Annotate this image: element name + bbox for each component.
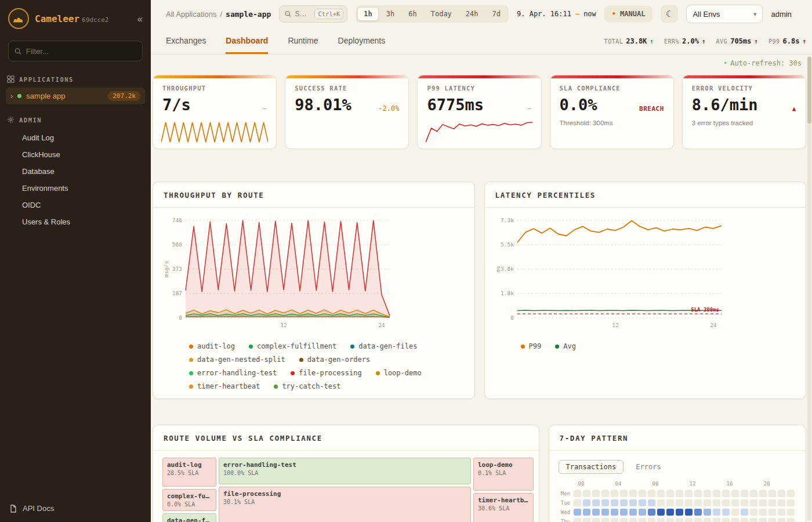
heatmap-row-Wed: Wed — [559, 509, 796, 516]
latency-percentiles-panel: LATENCY PERCENTILES 01.8k3.6k5.5k7.3k122… — [484, 182, 807, 399]
heatmap-cell — [787, 499, 795, 506]
search-input[interactable] — [295, 10, 311, 18]
legend-dot — [555, 345, 559, 349]
throughput-sparkline — [161, 121, 268, 144]
treemap-cell-audit-log[interactable]: audit-log28.5% SLA — [162, 458, 216, 487]
time-range-3h[interactable]: 3h — [380, 7, 401, 21]
filter-input[interactable] — [26, 47, 136, 56]
user-name[interactable]: admin — [771, 10, 791, 19]
tab-dashboard[interactable]: Dashboard — [226, 28, 268, 54]
sidebar-item-oidc[interactable]: OIDC — [0, 197, 151, 213]
tab-deployments[interactable]: Deployments — [338, 28, 386, 54]
card-accent-bar — [683, 75, 806, 78]
panel-title: THROUGHPUT BY ROUTE — [153, 182, 474, 208]
heatmap-cell — [611, 499, 618, 506]
heatmap-cell — [657, 490, 665, 497]
tab-transactions[interactable]: Transactions — [559, 460, 624, 474]
svg-text:187: 187 — [172, 290, 182, 296]
tab-runtime[interactable]: Runtime — [288, 28, 318, 54]
breadcrumb: All Applications/sample-app — [166, 10, 271, 19]
kpi-value: 0.0% — [560, 97, 597, 113]
heatmap-cell — [639, 509, 646, 516]
sidebar-item-environments[interactable]: Environments — [0, 180, 151, 197]
svg-text:0: 0 — [179, 314, 182, 321]
treemap-cell-sla: 30.6% SLA — [478, 505, 529, 512]
kpi-card-p99-latency: P99 LATENCY 6775ms– — [417, 75, 541, 149]
panel-title: LATENCY PERCENTILES — [485, 182, 806, 208]
api-docs-link[interactable]: API Docs — [0, 496, 151, 522]
kpi-value: 8.6/min — [692, 97, 758, 113]
time-range-6h[interactable]: 6h — [402, 7, 423, 21]
scrollbar-thumb[interactable] — [807, 57, 811, 124]
dark-mode-toggle[interactable]: ☾ — [661, 5, 678, 23]
legend-item-loop-demo[interactable]: loop-demo — [376, 369, 422, 377]
trend-up-triangle-icon: ▲ — [792, 105, 796, 113]
app-title: Cameleer69dcce2 — [35, 13, 108, 24]
sidebar-item-database[interactable]: Database — [0, 163, 151, 180]
legend-item-timer-heartbeat[interactable]: timer-heartbeat — [189, 382, 260, 390]
expand-chevron-icon[interactable]: › — [10, 92, 13, 100]
card-accent-bar — [153, 75, 276, 78]
heatmap-cell — [704, 490, 711, 497]
legend-item-data-gen-nested-split[interactable]: data-gen-nested-split — [189, 356, 285, 364]
treemap-cell-name: loop-demo — [478, 461, 529, 469]
legend-item-error-handling-test[interactable]: error-handling-test — [189, 369, 277, 377]
app-count-badge: 207.2k — [108, 91, 140, 101]
legend-item-Avg[interactable]: Avg — [555, 342, 576, 350]
legend-item-file-processing[interactable]: file-processing — [291, 369, 361, 377]
heatmap-cell — [768, 490, 776, 497]
time-range-7d[interactable]: 7d — [486, 7, 507, 21]
sidebar-item-users-roles[interactable]: Users & Roles — [0, 213, 151, 230]
treemap-cell-error-handling-test[interactable]: error-handling-test100.0% SLA — [219, 458, 471, 484]
tab-errors[interactable]: Errors — [628, 460, 668, 474]
heatmap-cell — [611, 490, 618, 497]
tab-exchanges[interactable]: Exchanges — [166, 28, 206, 54]
svg-text:msg/s: msg/s — [163, 261, 169, 278]
heatmap-cell — [768, 518, 776, 522]
svg-text:7.3k: 7.3k — [501, 217, 514, 223]
svg-text:12: 12 — [612, 322, 618, 328]
legend-item-audit-log[interactable]: audit-log — [189, 342, 235, 350]
search-icon — [285, 10, 291, 17]
heatmap-cell — [648, 499, 655, 506]
heatmap-cell — [629, 518, 637, 522]
svg-text:24: 24 — [378, 322, 385, 328]
legend-item-complex-fulfillment[interactable]: complex-fulfillment — [249, 342, 336, 350]
route-volume-sla-panel: ROUTE VOLUME VS SLA COMPLIANCE audit-log… — [153, 425, 539, 522]
date-range[interactable]: 9. Apr. 16:11—now — [517, 10, 596, 18]
sidebar-item-clickhouse[interactable]: ClickHouse — [0, 146, 151, 163]
heatmap-cell — [592, 518, 600, 522]
legend-label: try-catch-test — [282, 382, 340, 390]
heatmap-cell — [620, 499, 628, 506]
treemap-cell-file-processing[interactable]: file-processing30.1% SLA — [219, 487, 471, 522]
env-select[interactable]: All Envs▾ — [686, 5, 763, 23]
treemap-cell-complex-fulfillment[interactable]: complex-fulfillment0.0% SLA — [162, 489, 216, 511]
heatmap-cell — [759, 490, 767, 497]
legend-dot — [521, 345, 525, 349]
build-version: 69dcce2 — [82, 16, 108, 24]
legend-item-data-gen-files[interactable]: data-gen-files — [350, 342, 417, 350]
treemap-cell-loop-demo[interactable]: loop-demo0.1% SLA — [473, 458, 534, 491]
collapse-sidebar-button[interactable]: « — [137, 14, 143, 24]
time-range-today[interactable]: Today — [425, 7, 458, 21]
pattern-tabs: Transactions Errors — [559, 460, 796, 474]
heatmap-row-Mon: Mon — [559, 490, 796, 497]
legend-dot — [274, 385, 278, 389]
treemap-cell-timer-heartbeat[interactable]: timer-heartbeat30.6% SLA — [473, 493, 534, 522]
legend-item-P99[interactable]: P99 — [521, 342, 542, 350]
legend-item-try-catch-test[interactable]: try-catch-test — [274, 382, 340, 390]
auto-refresh-indicator: •Auto-refresh: 30s — [153, 55, 806, 72]
scrollbar-track[interactable] — [807, 56, 811, 521]
global-search[interactable]: Ctrl+K — [279, 5, 347, 23]
heatmap-cell — [657, 499, 665, 506]
card-accent-bar — [418, 75, 541, 78]
heatmap-cell — [601, 490, 609, 497]
time-range-24h[interactable]: 24h — [459, 7, 485, 21]
legend-item-data-gen-orders[interactable]: data-gen-orders — [299, 356, 370, 364]
treemap-cell-data-gen-files[interactable]: data-gen-files100.0% SLA — [162, 513, 216, 522]
breadcrumb-root[interactable]: All Applications — [166, 10, 216, 19]
time-range-1h[interactable]: 1h — [357, 7, 378, 21]
manual-refresh-button[interactable]: •MANUAL — [604, 6, 653, 22]
sidebar-item-audit-log[interactable]: Audit Log — [0, 129, 151, 146]
sidebar-item-sample-app[interactable]: › sample app 207.2k — [6, 88, 145, 104]
